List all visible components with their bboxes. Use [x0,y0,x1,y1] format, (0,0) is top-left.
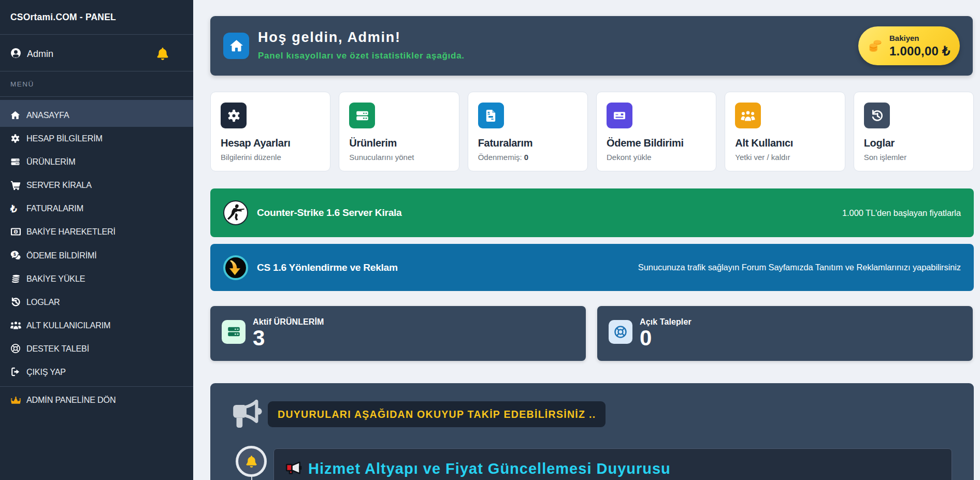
svg-text:$: $ [13,251,16,256]
svg-text:0: 0 [15,230,17,234]
